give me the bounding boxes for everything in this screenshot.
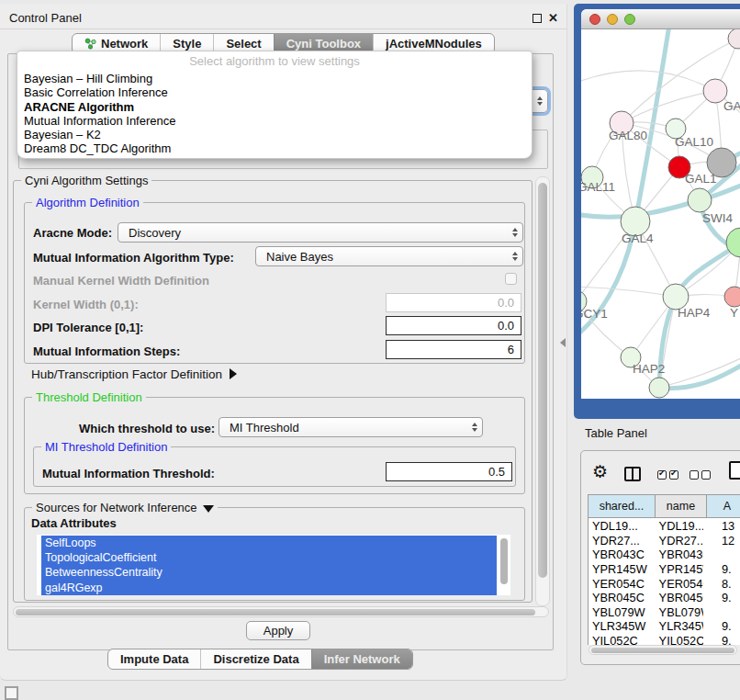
- network-edge[interactable]: [581, 71, 715, 91]
- table-cell[interactable]: 9.: [703, 634, 740, 645]
- algorithm-dropdown-list: Select algorithm to view settings Bayesi…: [17, 51, 533, 159]
- aracne-mode-value: Discovery: [129, 226, 181, 240]
- network-canvas[interactable]: GALGAL80GAL10GAL1GAL11GAL4SWI4HAP4YGCY1H…: [581, 29, 740, 399]
- split-columns-icon[interactable]: [624, 467, 641, 481]
- table-row[interactable]: YBL079WYBL079W: [589, 605, 740, 620]
- table-cell[interactable]: YDL19...: [654, 519, 703, 533]
- network-node[interactable]: [649, 378, 669, 398]
- table-cell[interactable]: 9.: [703, 619, 740, 633]
- data-attributes-list[interactable]: SelfLoopsTopologicalCoefficientBetweenne…: [37, 535, 510, 595]
- dpi-tolerance-field[interactable]: 0.0: [386, 316, 521, 335]
- settings-vertical-scrollbar[interactable]: [535, 176, 550, 606]
- tab-discretize-data[interactable]: Discretize Data: [200, 649, 310, 669]
- close-panel-icon[interactable]: ✕: [548, 13, 558, 24]
- table-cell[interactable]: 9.: [703, 562, 740, 576]
- which-threshold-combobox[interactable]: MI Threshold: [219, 417, 483, 437]
- table-cell[interactable]: 9.: [703, 591, 740, 604]
- algorithm-option[interactable]: ARACNE Algorithm: [17, 100, 532, 114]
- expand-right-icon[interactable]: [230, 368, 237, 379]
- table-cell[interactable]: YPR145W: [654, 562, 703, 576]
- network-edge[interactable]: [581, 287, 676, 297]
- table-row[interactable]: YLR345WYLR345W9.: [589, 619, 740, 634]
- float-panel-icon[interactable]: [533, 14, 542, 23]
- table-row[interactable]: YDL19...YDL19...13: [589, 519, 740, 534]
- network-node-label: HAP4: [678, 306, 711, 320]
- table-cell[interactable]: YDL19...: [589, 519, 654, 533]
- data-attribute-item[interactable]: gal4RGexp: [41, 581, 497, 595]
- table-cell[interactable]: 8.: [703, 577, 740, 591]
- table-cell[interactable]: YBR045C: [654, 591, 703, 604]
- table-cell[interactable]: 13: [703, 519, 740, 533]
- close-window-icon[interactable]: [589, 14, 600, 25]
- column-header-a[interactable]: A: [707, 495, 740, 518]
- table-cell[interactable]: YBR043C: [654, 548, 703, 561]
- mi-threshold-field[interactable]: 0.5: [386, 462, 512, 481]
- table-horizontal-scrollbar[interactable]: [589, 645, 737, 655]
- network-node[interactable]: [728, 29, 740, 49]
- table-cell[interactable]: YBL079W: [589, 605, 654, 619]
- table-cell[interactable]: YIL052C: [654, 634, 703, 645]
- document-icon[interactable]: [729, 461, 740, 480]
- aracne-mode-combobox[interactable]: Discovery: [118, 222, 523, 243]
- minimize-window-icon[interactable]: [607, 14, 618, 25]
- table-row[interactable]: YBR043CYBR043C: [589, 548, 740, 562]
- network-node[interactable]: [688, 188, 712, 212]
- table-cell[interactable]: YPR145W: [589, 562, 654, 576]
- mi-algorithm-type-combobox[interactable]: Naive Bayes: [255, 246, 523, 266]
- algorithm-option[interactable]: Basic Correlation Inference: [17, 85, 532, 99]
- tab-infer-network[interactable]: Infer Network: [311, 649, 412, 669]
- table-row[interactable]: YBR045CYBR045C9.: [589, 591, 740, 605]
- mi-threshold-label: Mutual Information Threshold:: [42, 467, 215, 480]
- algorithm-dropdown-placeholder: Select algorithm to view settings: [17, 51, 532, 72]
- data-attribute-item[interactable]: TopologicalCoefficient: [41, 550, 497, 565]
- settings-vertical-scrollbar-thumb[interactable]: [538, 183, 547, 578]
- table-cell[interactable]: YBR045C: [589, 591, 654, 604]
- table-cell[interactable]: YBL079W: [654, 605, 703, 619]
- column-header-shared[interactable]: shared...: [589, 495, 656, 518]
- kernel-width-field[interactable]: 0.0: [386, 293, 521, 312]
- table-cell[interactable]: 12: [703, 534, 740, 548]
- algorithm-option[interactable]: Dream8 DC_TDC Algorithm: [17, 141, 532, 155]
- zoom-window-icon[interactable]: [624, 14, 635, 25]
- network-edge[interactable]: [622, 91, 715, 123]
- table-cell[interactable]: YLR345W: [589, 619, 654, 633]
- network-window-titlebar: [581, 9, 740, 29]
- attributes-scrollbar-thumb[interactable]: [500, 538, 508, 584]
- table-row[interactable]: YDR27...YDR27...12: [589, 534, 740, 548]
- manual-kernel-width-checkbox[interactable]: [505, 273, 517, 285]
- panel-splitter-handle[interactable]: [560, 338, 566, 347]
- tab-impute-data[interactable]: Impute Data: [108, 649, 200, 669]
- algorithm-option[interactable]: Bayesian – K2: [17, 128, 532, 141]
- select-all-checkboxes-icon[interactable]: [657, 470, 667, 480]
- network-graph[interactable]: GALGAL80GAL10GAL1GAL11GAL4SWI4HAP4YGCY1H…: [581, 29, 740, 399]
- network-node-y[interactable]: [724, 287, 740, 307]
- gear-icon[interactable]: ⚙: [592, 463, 608, 481]
- data-attribute-item[interactable]: BetweennessCentrality: [41, 565, 497, 580]
- data-attribute-item[interactable]: SelfLoops: [41, 536, 497, 550]
- unselect-all-checkboxes-icon[interactable]: [690, 470, 699, 480]
- select-all-checkboxes-icon[interactable]: [669, 470, 678, 480]
- algorithm-option[interactable]: Bayesian – Hill Climbing: [17, 72, 532, 85]
- table-row[interactable]: YIL052CYIL052C9.: [589, 634, 740, 645]
- hub-factor-section[interactable]: Hub/Transcription Factor Definition: [31, 367, 237, 381]
- dock-panel-icon[interactable]: [5, 686, 18, 700]
- mi-steps-field[interactable]: 6: [386, 340, 521, 359]
- table-horizontal-scrollbar-thumb[interactable]: [591, 648, 734, 654]
- table-cell[interactable]: YDR27...: [654, 534, 703, 548]
- table-row[interactable]: YPR145WYPR145W9.: [589, 562, 740, 577]
- algorithm-option[interactable]: Mutual Information Inference: [17, 114, 532, 128]
- table-row[interactable]: YER054CYER054C8.: [589, 576, 740, 591]
- unselect-all-checkboxes-icon[interactable]: [701, 470, 711, 480]
- table-cell[interactable]: YER054C: [654, 577, 703, 591]
- apply-button[interactable]: Apply: [246, 621, 310, 640]
- collapse-down-icon[interactable]: [203, 505, 214, 513]
- table-cell[interactable]: YLR345W: [654, 619, 703, 633]
- network-node-label: GAL4: [622, 231, 654, 245]
- table-cell[interactable]: YBR043C: [589, 548, 654, 561]
- settings-horizontal-scrollbar[interactable]: [13, 606, 549, 617]
- column-header-name[interactable]: name: [656, 495, 707, 518]
- table-cell[interactable]: YDR27...: [589, 534, 654, 548]
- table-cell[interactable]: YIL052C: [589, 634, 654, 645]
- table-cell[interactable]: YER054C: [589, 577, 654, 591]
- settings-horizontal-scrollbar-thumb[interactable]: [16, 609, 535, 615]
